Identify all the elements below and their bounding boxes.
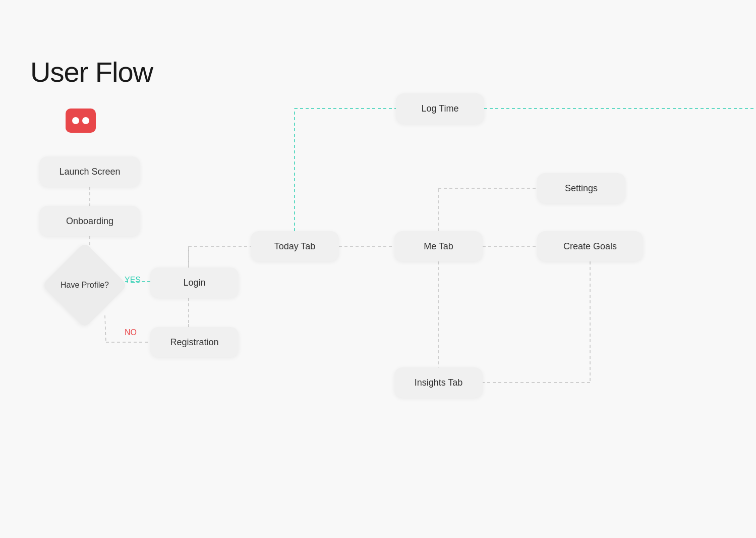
node-registration: Registration [150,327,239,357]
node-create-goals: Create Goals [537,231,643,261]
node-today-tab: Today Tab [251,231,339,261]
node-onboarding: Onboarding [39,206,140,236]
node-launch-screen: Launch Screen [39,156,140,187]
svg-line-3 [105,315,106,342]
app-icon [66,109,96,133]
diamond-have-profile: Have Profile? [44,252,125,318]
node-me-tab: Me Tab [394,231,483,261]
label-yes: YES [125,276,141,285]
app-icon-dot-right [82,117,89,124]
page-title: User Flow [30,56,153,88]
node-login: Login [150,267,239,298]
diamond-label: Have Profile? [44,252,125,318]
node-log-time: Log Time [396,93,484,124]
node-insights-tab: Insights Tab [394,367,483,398]
app-icon-dot-left [72,117,79,124]
label-no: NO [125,328,137,337]
node-settings: Settings [537,173,625,203]
